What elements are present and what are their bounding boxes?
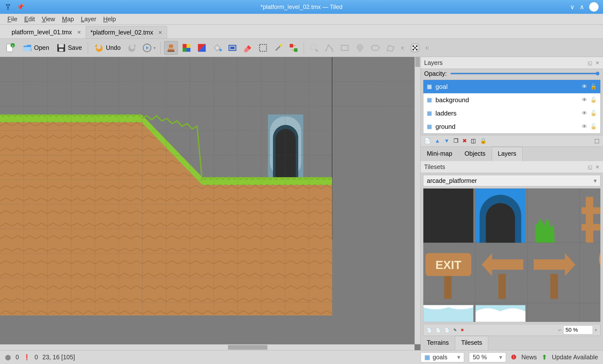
- document-tab[interactable]: platform_level_01.tmx ✕: [7, 26, 86, 38]
- pin-icon[interactable]: 📌: [17, 3, 24, 10]
- map-horizontal-scrollbar[interactable]: [0, 344, 415, 350]
- edit-tileset-icon[interactable]: ✎: [453, 328, 457, 332]
- svg-rect-12: [169, 44, 173, 48]
- layer-row[interactable]: ▦ ground 👁🔓: [423, 120, 600, 133]
- new-button[interactable]: +: [2, 41, 18, 55]
- map-canvas-area[interactable]: [0, 57, 420, 350]
- visibility-icon[interactable]: 👁: [582, 110, 587, 116]
- export-tileset-icon[interactable]: 📄: [445, 328, 450, 332]
- eraser-tool[interactable]: [241, 41, 254, 55]
- select-same-tool[interactable]: [287, 41, 300, 55]
- svg-point-40: [416, 45, 418, 47]
- select-objects-tool[interactable]: [307, 41, 321, 55]
- open-button[interactable]: Open: [20, 41, 52, 55]
- menu-map[interactable]: Map: [62, 16, 74, 23]
- opacity-slider[interactable]: [450, 73, 600, 74]
- dropdown-icon[interactable]: ▾: [595, 328, 597, 332]
- menu-help[interactable]: Help: [103, 16, 116, 23]
- update-link[interactable]: Update Available: [552, 354, 598, 361]
- tileset-selector[interactable]: arcade_platformer ▾: [423, 175, 601, 186]
- svg-rect-35: [341, 45, 348, 50]
- panel-close-icon[interactable]: ✕: [595, 60, 600, 66]
- move-up-icon[interactable]: ▲: [435, 138, 440, 144]
- lock-icon[interactable]: 🔓: [590, 123, 597, 130]
- menu-view[interactable]: View: [42, 16, 55, 23]
- svg-rect-3: [7, 9, 9, 10]
- menu-file[interactable]: File: [7, 16, 17, 23]
- error-icon[interactable]: ⬤: [5, 354, 11, 361]
- edit-polygons-tool[interactable]: [323, 41, 336, 55]
- tab-label: *platform_level_02.tmx: [91, 29, 153, 36]
- zoom-input[interactable]: 50 %▾: [469, 352, 506, 362]
- shape-fill-tool[interactable]: [226, 41, 239, 55]
- svg-rect-92: [498, 274, 506, 299]
- insert-ellipse-tool[interactable]: [369, 41, 382, 55]
- toolbar-overflow[interactable]: ›:: [424, 45, 431, 51]
- svg-rect-14: [168, 50, 174, 52]
- lock-icon[interactable]: 🔓: [590, 83, 597, 90]
- bucket-fill-tool[interactable]: [210, 41, 224, 55]
- tilesets-tab[interactable]: Tilesets: [455, 336, 488, 350]
- delete-tileset-icon[interactable]: ✖: [461, 328, 464, 332]
- undo-button[interactable]: Undo: [92, 41, 123, 55]
- stamp-tool[interactable]: [164, 41, 178, 55]
- wang-brush-tool[interactable]: [195, 41, 208, 55]
- news-link[interactable]: News: [521, 354, 537, 361]
- toggle-other-icon[interactable]: ◫: [471, 138, 476, 144]
- command-button[interactable]: ▾: [140, 41, 157, 55]
- toolbar-overflow[interactable]: ›:: [399, 45, 406, 51]
- tile-layer-icon: ▦: [427, 110, 432, 116]
- maximize-button[interactable]: ∧: [580, 3, 584, 11]
- layers-tab[interactable]: Layers: [492, 147, 523, 161]
- panel-close-icon[interactable]: ✕: [595, 164, 600, 170]
- panel-float-icon[interactable]: ◱: [588, 60, 592, 66]
- minimize-button[interactable]: ∨: [570, 3, 575, 11]
- insert-point-tool[interactable]: [353, 41, 367, 55]
- layer-row[interactable]: ▦ ladders 👁🔓: [423, 107, 600, 120]
- lock-icon[interactable]: 🔓: [590, 97, 597, 103]
- embed-tileset-icon[interactable]: 📄: [436, 328, 441, 332]
- warning-icon[interactable]: ❗: [23, 354, 30, 361]
- layer-row[interactable]: ▦ background 👁🔓: [423, 93, 600, 107]
- dynamic-wrap-icon[interactable]: ↩: [558, 328, 561, 332]
- redo-button[interactable]: [125, 41, 138, 55]
- new-layer-icon[interactable]: 📄: [424, 138, 431, 144]
- objects-tab[interactable]: Objects: [458, 147, 492, 161]
- tileset-view[interactable]: EXIT: [423, 188, 601, 322]
- svg-point-42: [416, 49, 418, 50]
- insert-polygon-tool[interactable]: [384, 41, 397, 55]
- tileset-zoom-input[interactable]: [563, 326, 593, 334]
- duplicate-layer-icon[interactable]: ❐: [453, 138, 458, 144]
- tile-layer-icon: ▦: [427, 123, 432, 130]
- terrains-tab[interactable]: Terrains: [421, 336, 455, 350]
- layer-row[interactable]: ▦ goal 👁🔓: [423, 80, 600, 93]
- minimap-tab[interactable]: Mini-map: [421, 147, 458, 161]
- visibility-icon[interactable]: 👁: [582, 83, 587, 90]
- magic-wand-tool[interactable]: [272, 41, 285, 55]
- svg-point-32: [328, 44, 329, 46]
- insert-rectangle-tool[interactable]: [338, 41, 351, 55]
- dropdown-icon: ▾: [594, 177, 597, 184]
- tab-close-icon[interactable]: ✕: [158, 30, 162, 36]
- lock-icon[interactable]: 🔓: [590, 110, 597, 116]
- tab-close-icon[interactable]: ✕: [77, 29, 81, 35]
- lock-all-icon[interactable]: 🔒: [480, 138, 487, 144]
- visibility-icon[interactable]: 👁: [582, 97, 587, 103]
- random-mode-button[interactable]: [408, 41, 422, 55]
- layer-highlight-icon[interactable]: ⬚: [594, 138, 600, 144]
- panel-float-icon[interactable]: ◱: [588, 164, 592, 170]
- svg-rect-53: [202, 185, 332, 316]
- map-vertical-scrollbar[interactable]: [415, 57, 420, 344]
- current-layer-selector[interactable]: ▦ goals ▾: [421, 352, 464, 362]
- delete-layer-icon[interactable]: ✖: [462, 138, 467, 144]
- document-tab[interactable]: *platform_level_02.tmx ✕: [86, 26, 167, 38]
- menu-layer[interactable]: Layer: [81, 16, 96, 23]
- menu-edit[interactable]: Edit: [24, 16, 35, 23]
- move-down-icon[interactable]: ▼: [444, 138, 450, 144]
- rect-select-tool[interactable]: [256, 41, 270, 55]
- new-tileset-icon[interactable]: 📄: [427, 328, 432, 332]
- terrain-brush-tool[interactable]: [180, 41, 193, 55]
- visibility-icon[interactable]: 👁: [582, 123, 587, 130]
- save-button[interactable]: Save: [54, 41, 84, 55]
- window-close-button[interactable]: ✕: [589, 2, 599, 12]
